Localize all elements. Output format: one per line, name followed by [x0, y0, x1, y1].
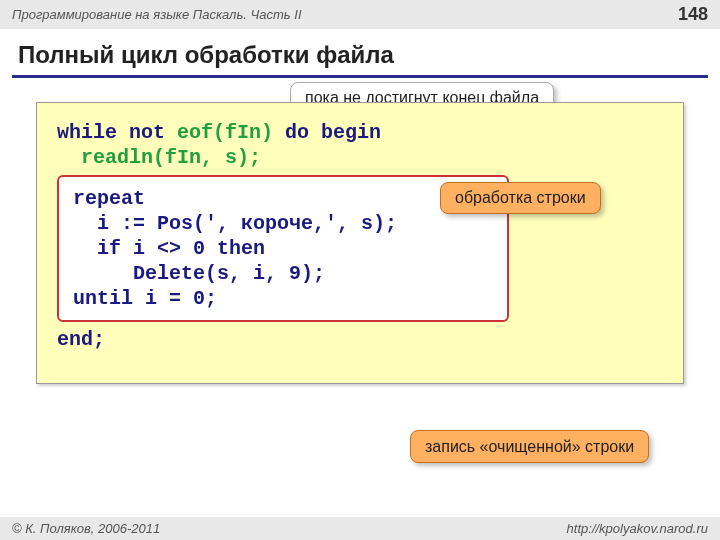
code-line: repeat — [73, 187, 493, 210]
breadcrumb: Программирование на языке Паскаль. Часть… — [12, 7, 302, 22]
code-line: readln(fIn, s); — [57, 146, 663, 169]
callout-process: обработка строки — [440, 182, 601, 214]
footer-url: http://kpolyakov.narod.ru — [567, 521, 708, 536]
callout-write: запись «очищенной» строки — [410, 430, 649, 463]
code-line: while not eof(fIn) do begin — [57, 121, 663, 144]
code-line: end; — [57, 328, 663, 351]
footer-bar: © К. Поляков, 2006-2011 http://kpolyakov… — [0, 517, 720, 540]
code-block-outer: while not eof(fIn) do begin readln(fIn, … — [36, 102, 684, 384]
page-number: 148 — [678, 4, 708, 25]
copyright: © К. Поляков, 2006-2011 — [12, 521, 160, 536]
code-line: until i = 0; — [73, 287, 493, 310]
code-line: if i <> 0 then — [73, 237, 493, 260]
title-underline — [12, 75, 708, 78]
code-line: Delete(s, i, 9); — [73, 262, 493, 285]
header-bar: Программирование на языке Паскаль. Часть… — [0, 0, 720, 29]
code-line: i := Pos(', короче,', s); — [73, 212, 493, 235]
page-title: Полный цикл обработки файла — [18, 41, 702, 69]
